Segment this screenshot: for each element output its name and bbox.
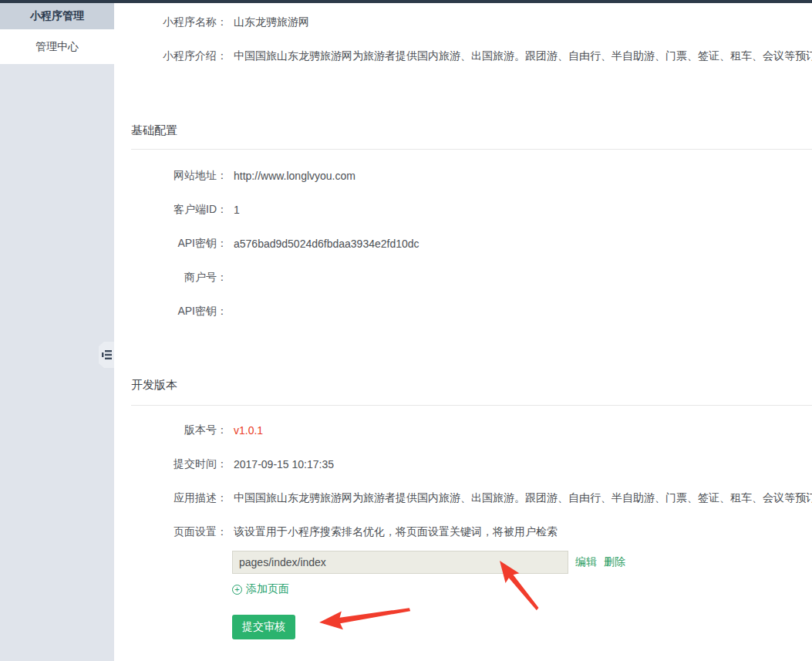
sidebar-header-miniprogram-management[interactable]: 小程序管理 — [0, 3, 114, 29]
sidebar: 小程序管理 管理中心 — [0, 3, 114, 661]
edit-link[interactable]: 编辑 — [575, 555, 597, 569]
add-page-label: 添加页面 — [246, 582, 289, 596]
miniprogram-name-label: 小程序名称： — [114, 15, 227, 29]
row-page-settings: 页面设置： 该设置用于小程序搜索排名优化，将页面设置关键词，将被用户检索 — [114, 515, 812, 549]
app-description-label: 应用描述： — [114, 491, 227, 505]
row-client-id: 客户端ID： 1 — [114, 193, 812, 227]
page: 小程序管理 管理中心 小程序名称： 山东龙骋旅游网 小程序介绍： 中国国旅山东龙… — [0, 0, 812, 661]
page-keyword-row: 编辑 删除 — [232, 551, 812, 574]
delete-link[interactable]: 删除 — [604, 555, 625, 569]
sidebar-collapse-toggle[interactable] — [99, 342, 114, 368]
submit-review-button[interactable]: 提交审核 — [232, 615, 295, 639]
page-settings-hint: 该设置用于小程序搜索排名优化，将页面设置关键词，将被用户检索 — [234, 525, 558, 539]
row-miniprogram-name: 小程序名称： 山东龙骋旅游网 — [114, 5, 812, 39]
sidebar-item-manage-center[interactable]: 管理中心 — [0, 29, 114, 64]
row-submit-time: 提交时间： 2017-09-15 10:17:35 — [114, 447, 812, 481]
version-number-label: 版本号： — [114, 423, 227, 437]
dev-version-section-title: 开发版本 — [131, 377, 812, 393]
pay-api-secret-label: API密钥： — [114, 305, 227, 319]
app-description-value: 中国国旅山东龙骋旅游网为旅游者提供国内旅游、出国旅游。跟团游、自由行、半自助游、… — [234, 491, 812, 505]
website-url-value: http://www.longlvyou.com — [234, 170, 355, 182]
version-number-value: v1.0.1 — [234, 424, 263, 437]
row-pay-api-secret: API密钥： — [114, 295, 812, 329]
add-page-row: + 添加页面 — [232, 582, 812, 597]
miniprogram-intro-value: 中国国旅山东龙骋旅游网为旅游者提供国内旅游、出国旅游。跟团游、自由行、半自助游、… — [234, 49, 812, 63]
submit-time-label: 提交时间： — [114, 457, 227, 471]
row-app-description: 应用描述： 中国国旅山东龙骋旅游网为旅游者提供国内旅游、出国旅游。跟团游、自由行… — [114, 481, 812, 515]
client-id-value: 1 — [234, 204, 240, 216]
miniprogram-intro-label: 小程序介绍： — [114, 49, 227, 63]
add-page-link[interactable]: + 添加页面 — [232, 582, 289, 596]
row-version-number: 版本号： v1.0.1 — [114, 413, 812, 447]
api-secret-label: API密钥： — [114, 237, 227, 251]
main-content: 小程序名称： 山东龙骋旅游网 小程序介绍： 中国国旅山东龙骋旅游网为旅游者提供国… — [114, 3, 812, 661]
plus-circle-icon: + — [232, 585, 242, 595]
miniprogram-name-value: 山东龙骋旅游网 — [234, 15, 309, 29]
row-website-url: 网站地址： http://www.longlvyou.com — [114, 159, 812, 193]
website-url-label: 网站地址： — [114, 169, 227, 183]
page-settings-label: 页面设置： — [114, 525, 227, 539]
submit-time-value: 2017-09-15 10:17:35 — [234, 458, 334, 470]
row-merchant-id: 商户号： — [114, 261, 812, 295]
collapse-menu-icon — [101, 348, 113, 362]
basic-config-section-title: 基础配置 — [131, 123, 812, 138]
page-path-input[interactable] — [232, 551, 568, 574]
row-api-secret: API密钥： a576bad9d5024d6fbdaa3934e2fd10dc — [114, 227, 812, 261]
api-secret-value: a576bad9d5024d6fbdaa3934e2fd10dc — [234, 238, 419, 250]
row-miniprogram-intro: 小程序介绍： 中国国旅山东龙骋旅游网为旅游者提供国内旅游、出国旅游。跟团游、自由… — [114, 39, 812, 73]
merchant-id-label: 商户号： — [114, 271, 227, 285]
client-id-label: 客户端ID： — [114, 203, 227, 217]
